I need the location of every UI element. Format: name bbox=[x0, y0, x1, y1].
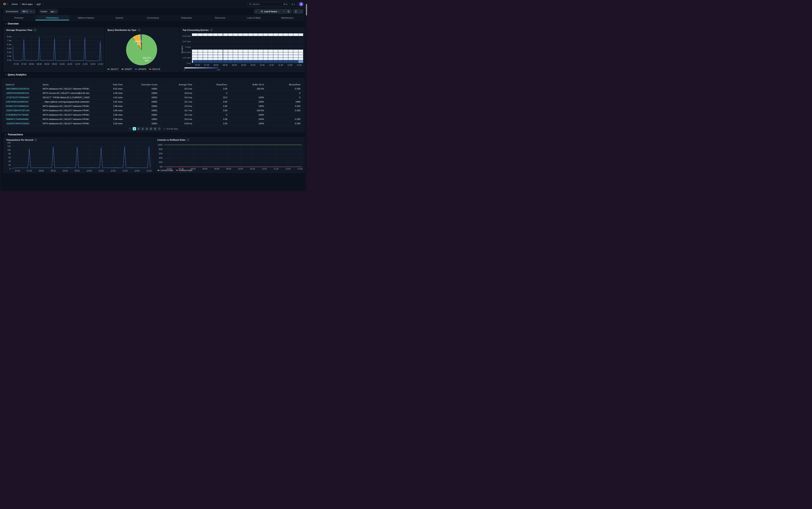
pagination-page-2[interactable]: 2 bbox=[137, 127, 140, 130]
column-header-rows-exec[interactable]: Rows/Exec bbox=[194, 83, 230, 86]
tab-tables-indexes[interactable]: Tables & Indexes bbox=[69, 15, 103, 20]
cell-execution-count: 15891 bbox=[125, 108, 160, 112]
environment-dropdown-chevron-icon[interactable] bbox=[33, 10, 34, 12]
org-switcher-chevron-icon bbox=[7, 3, 8, 5]
cell-average-time: 9.45 ms bbox=[160, 121, 194, 126]
legend-swatch bbox=[107, 69, 110, 70]
chip-remove-icon[interactable]: ✕ bbox=[26, 10, 28, 13]
info-icon[interactable]: i bbox=[138, 29, 140, 31]
cluster-filter-value[interactable]: pgx bbox=[49, 9, 58, 14]
user-avatar[interactable] bbox=[299, 2, 303, 6]
info-icon[interactable]: i bbox=[34, 29, 36, 31]
svg-text:100%: 100% bbox=[157, 144, 163, 146]
query-id-link[interactable]: -8901088541182526215 bbox=[4, 87, 41, 91]
legend-label: Rollback Ratio bbox=[179, 169, 192, 171]
pagination-page-5[interactable]: 5 bbox=[149, 127, 153, 130]
info-icon[interactable]: i bbox=[187, 139, 189, 141]
legend-item-insert[interactable]: INSERT bbox=[121, 68, 132, 70]
legend-swatch bbox=[121, 69, 124, 70]
svg-text:10:30: 10:30 bbox=[99, 170, 104, 172]
query-id-link[interactable]: -1628457294479106631 bbox=[4, 121, 41, 126]
query-id-link[interactable]: -5405376323926901101 bbox=[4, 91, 41, 95]
tab-queries[interactable]: Queries bbox=[103, 15, 136, 20]
refresh-interval-dropdown[interactable] bbox=[299, 9, 303, 14]
tab-connections[interactable]: Connections bbox=[136, 15, 170, 20]
column-header-query-id[interactable]: Query Id bbox=[4, 83, 41, 86]
svg-text:08:00: 08:00 bbox=[214, 64, 218, 66]
info-icon[interactable]: i bbox=[35, 139, 37, 141]
avatar-glyph-icon bbox=[300, 3, 302, 5]
cell-execution-count: 15891 bbox=[125, 121, 160, 126]
cell-buffer-hit-: 100% bbox=[230, 117, 266, 121]
tab-locks-waits[interactable]: Locks & Waits bbox=[237, 15, 270, 20]
query-id-link[interactable]: 5234027167249840219 bbox=[4, 104, 41, 108]
panel-query-distribution: Query Distribution by Type i SELECT90%IN… bbox=[105, 28, 179, 72]
panel-title: Transactions Per Second bbox=[6, 139, 33, 141]
tab-overview[interactable]: Overview bbox=[2, 15, 36, 20]
svg-text:07:00: 07:00 bbox=[14, 63, 19, 65]
cell-buffer-hit-: 100% bbox=[230, 95, 266, 99]
cell-execution-count: 15891 bbox=[125, 113, 160, 117]
time-range-button[interactable]: Last 6 hours bbox=[259, 9, 282, 14]
section-header-transactions[interactable]: Transactions bbox=[5, 133, 23, 136]
cluster-value-text: pgx bbox=[51, 10, 54, 13]
column-header-query[interactable]: Query bbox=[41, 83, 89, 86]
cluster-filter: Cluster pgx bbox=[38, 9, 58, 14]
legend-item-select[interactable]: SELECT bbox=[107, 68, 119, 70]
pagination-prev-button[interactable] bbox=[128, 127, 132, 130]
pagination-page-1[interactable]: 1 bbox=[133, 127, 136, 130]
legend-item-delete[interactable]: DELETE bbox=[149, 68, 160, 70]
org-switcher[interactable] bbox=[3, 2, 8, 6]
clear-filter-icon[interactable]: ✕ bbox=[30, 10, 32, 13]
tab-replication[interactable]: Replication bbox=[170, 15, 204, 20]
tab-performance[interactable]: Performance bbox=[36, 15, 69, 20]
breadcrumb-more-apps[interactable]: More apps bbox=[22, 3, 33, 5]
zoom-out-time-button[interactable] bbox=[286, 9, 292, 14]
column-header-execution-count[interactable]: Execution Count bbox=[125, 83, 160, 86]
cell-rows-exec: 3.00 bbox=[194, 121, 230, 126]
time-range-label: Last 6 hours bbox=[264, 10, 277, 13]
svg-text:09:00: 09:00 bbox=[63, 170, 68, 172]
query-id-link[interactable]: 7684587175400043483 bbox=[4, 117, 41, 121]
legend-item[interactable]: Rollback Ratio bbox=[176, 169, 192, 171]
environment-value-chip[interactable]: All ✕ bbox=[22, 10, 29, 13]
column-header-blocks-row[interactable]: Blocks/Row bbox=[266, 83, 303, 86]
time-shift-forward-button[interactable] bbox=[282, 9, 286, 14]
breadcrumb-pgx[interactable]: pgX bbox=[37, 3, 41, 5]
legend-item[interactable]: Commit Ratio bbox=[157, 169, 173, 171]
tab-resources[interactable]: Resources bbox=[204, 15, 237, 20]
cell-query: WITH mounts AS ( SELECT columns[$1] AS d… bbox=[41, 91, 89, 95]
query-id-link[interactable]: 3185760901029981921 bbox=[4, 100, 41, 104]
window-scrollbar-track bbox=[306, 1, 307, 191]
query-id-link[interactable]: -2655373894767367140 bbox=[4, 108, 41, 112]
time-range-chevron-icon bbox=[278, 10, 280, 12]
add-new-button[interactable]: + bbox=[291, 3, 296, 6]
tab-maintenance[interactable]: Maintenance bbox=[270, 15, 304, 20]
legend-item-update[interactable]: UPDATE bbox=[135, 68, 146, 70]
pagination-next-button[interactable] bbox=[157, 127, 161, 130]
table-row: -5405376323926901101WITH mounts AS ( SEL… bbox=[4, 91, 303, 95]
search-input[interactable] bbox=[253, 3, 282, 5]
section-header-query-analytics[interactable]: Query Analytics bbox=[5, 73, 27, 76]
section-header-overview[interactable]: Overview bbox=[5, 22, 19, 25]
column-header-buffer-hit-[interactable]: Buffer Hit % bbox=[230, 83, 266, 86]
pagination-page-4[interactable]: 4 bbox=[145, 127, 148, 130]
query-id-link[interactable]: 5739380810741784305 bbox=[4, 113, 41, 117]
pagination-page-6[interactable]: 6 bbox=[153, 127, 157, 130]
info-icon[interactable]: i bbox=[210, 29, 213, 31]
legend-swatch bbox=[135, 69, 137, 70]
transactions-per-second-chart: 07:0007:3008:0008:3009:0009:3010:0010:30… bbox=[4, 138, 154, 173]
column-header-average-time[interactable]: Average Time bbox=[160, 83, 194, 86]
pagination-page-3[interactable]: 3 bbox=[141, 127, 144, 130]
breadcrumb-home[interactable]: Home bbox=[12, 3, 18, 5]
svg-text:07:00: 07:00 bbox=[15, 170, 20, 172]
time-shift-back-button[interactable] bbox=[254, 9, 259, 14]
search-box[interactable]: ⌘+k bbox=[248, 2, 289, 6]
table-row: -8901088541182526215WITH databases AS ( … bbox=[4, 87, 303, 91]
window-scrollbar-thumb[interactable] bbox=[306, 4, 307, 15]
plus-icon: + bbox=[292, 3, 293, 6]
column-header-total-time[interactable]: Total Time bbox=[89, 83, 125, 86]
query-id-link[interactable]: -2718791237705956447 bbox=[4, 95, 41, 99]
refresh-button[interactable] bbox=[293, 9, 299, 14]
panel-transactions-per-second: Transactions Per Second i 07:0007:3008:0… bbox=[4, 137, 154, 173]
